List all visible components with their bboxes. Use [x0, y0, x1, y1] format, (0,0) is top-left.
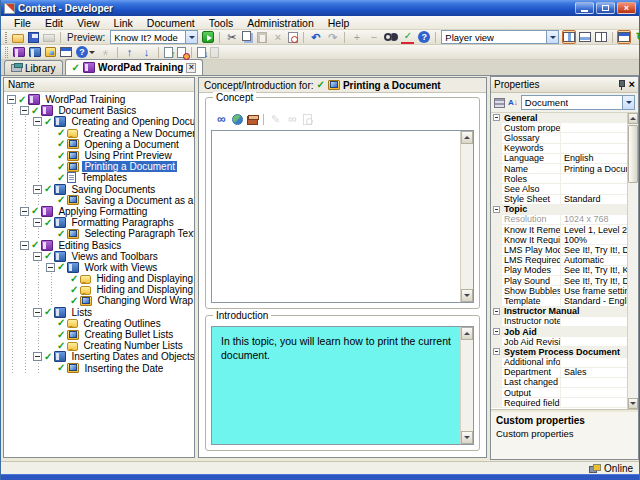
- menu-view[interactable]: View: [70, 16, 107, 30]
- restore-button[interactable]: [596, 2, 615, 14]
- property-row-lms-required-[interactable]: LMS Required ...Automatic: [491, 256, 627, 266]
- scroll-up-icon[interactable]: [461, 131, 473, 144]
- property-category-system-process-document[interactable]: System Process Document: [491, 347, 627, 357]
- properties-scrollbar[interactable]: [627, 113, 638, 409]
- tree-item-label[interactable]: Applying Formatting: [56, 206, 149, 217]
- new-module-button[interactable]: [12, 45, 26, 59]
- tree-item-applying-formatting[interactable]: ✓Applying Formatting: [4, 206, 194, 217]
- property-value[interactable]: Standard: [561, 194, 627, 204]
- collapse-expander-icon[interactable]: [20, 106, 29, 115]
- concept-text[interactable]: [212, 131, 460, 302]
- collapse-expander-icon[interactable]: [46, 263, 55, 272]
- preview-play-button[interactable]: [201, 30, 215, 44]
- property-category-instructor-manual[interactable]: Instructor Manual: [491, 307, 627, 317]
- find-button[interactable]: [383, 30, 398, 44]
- property-row-additional-info-[interactable]: Additional info...: [491, 358, 627, 368]
- collapse-expander-icon[interactable]: [20, 241, 29, 250]
- tree-item-label[interactable]: Saving Documents: [69, 184, 157, 195]
- tree-item-label[interactable]: Hiding and Displaying the Status Bar: [94, 284, 194, 295]
- dropdown-arrow-icon[interactable]: [622, 96, 634, 109]
- dropdown-arrow-icon[interactable]: [546, 31, 558, 43]
- property-row-know-it-reme-[interactable]: Know It Reme...Level 1, Level 2, L...: [491, 225, 627, 235]
- tree-item-opening-a-document[interactable]: ✓Opening a Document: [4, 139, 194, 150]
- tree-item-label[interactable]: Using Print Preview: [82, 150, 173, 161]
- tree-item-creating-and-opening-documents[interactable]: ✓Creating and Opening Documents: [4, 116, 194, 127]
- open-button[interactable]: [11, 30, 25, 44]
- scroll-down-icon[interactable]: [628, 398, 638, 409]
- property-row-department[interactable]: DepartmentSales: [491, 368, 627, 378]
- property-row-job-aid-revision[interactable]: Job Aid Revision: [491, 337, 627, 347]
- refresh-button[interactable]: [633, 30, 640, 44]
- categorized-view-icon[interactable]: [494, 98, 505, 108]
- collapse-expander-icon[interactable]: [493, 206, 500, 213]
- introduction-text[interactable]: In this topic, you will learn how to pri…: [212, 327, 460, 444]
- property-value[interactable]: 100%: [561, 235, 627, 245]
- tree-item-changing-word-wrap-options[interactable]: ✓Changing Word Wrap Options: [4, 295, 194, 306]
- property-row-language[interactable]: LanguageEnglish: [491, 154, 627, 164]
- collapse-expander-icon[interactable]: [493, 114, 500, 121]
- property-row-glossary[interactable]: Glossary: [491, 133, 627, 143]
- concept-scrollbar[interactable]: [460, 131, 473, 302]
- new-frame-button[interactable]: [59, 45, 73, 59]
- tree-item-hiding-and-displaying-the-ruler[interactable]: ✓Hiding and Displaying the Ruler: [4, 273, 194, 284]
- tree-item-label[interactable]: Creating and Opening Documents: [69, 116, 194, 127]
- new-topic-button[interactable]: [44, 45, 57, 59]
- tree-item-label[interactable]: Hiding and Displaying the Ruler: [94, 273, 194, 284]
- tree-item-label[interactable]: Creating Outlines: [81, 318, 162, 329]
- properties-scope-combo[interactable]: Document: [521, 95, 635, 110]
- tree-item-label[interactable]: Editing Basics: [56, 240, 123, 251]
- property-row-instructor-notes[interactable]: Instructor notes: [491, 317, 627, 327]
- property-value[interactable]: See It!, Try It!, Kn...: [561, 265, 627, 275]
- tree-item-printing-a-document[interactable]: ✓Printing a Document: [4, 161, 194, 172]
- view-columns-button[interactable]: [594, 30, 608, 44]
- property-row-show-bubbles[interactable]: Show BubblesUse frame settings: [491, 286, 627, 296]
- property-row-play-modes[interactable]: Play ModesSee It!, Try It!, Kn...: [491, 266, 627, 276]
- copy-button[interactable]: [241, 30, 254, 44]
- help-button[interactable]: [417, 30, 431, 44]
- collapse-expander-icon[interactable]: [7, 95, 16, 104]
- collapse-expander-icon[interactable]: [20, 207, 29, 216]
- property-category-job-aid[interactable]: Job Aid: [491, 327, 627, 337]
- tree-item-editing-basics[interactable]: ✓Editing Basics: [4, 239, 194, 250]
- collapse-expander-icon[interactable]: [33, 352, 42, 361]
- tree-item-label[interactable]: Templates: [79, 172, 129, 183]
- tree-item-selecting-paragraph-text[interactable]: ✓Selecting Paragraph Text: [4, 228, 194, 239]
- property-row-play-sound[interactable]: Play SoundSee It!, Try It!, Do...: [491, 276, 627, 286]
- tree-item-creating-a-new-document[interactable]: ✓Creating a New Document: [4, 128, 194, 139]
- move-down-button[interactable]: [139, 45, 154, 59]
- property-value[interactable]: English: [561, 153, 627, 163]
- property-row-output[interactable]: Output: [491, 388, 627, 398]
- collapse-expander-icon[interactable]: [33, 185, 42, 194]
- view-selector-combo[interactable]: Player view: [441, 30, 559, 44]
- tree-item-saving-a-document-as-a-new-file[interactable]: ✓Saving a Document as a New File: [4, 195, 194, 206]
- tree-item-label[interactable]: Creating a New Document: [81, 128, 194, 139]
- tree-item-label[interactable]: Creating Number Lists: [81, 340, 184, 351]
- check-in-button[interactable]: [163, 45, 174, 59]
- tab-library[interactable]: Library: [4, 60, 63, 75]
- menu-edit[interactable]: Edit: [38, 16, 70, 30]
- property-value[interactable]: Automatic: [561, 255, 627, 265]
- close-panel-icon[interactable]: ×: [629, 79, 635, 90]
- tree-item-creating-bullet-lists[interactable]: ✓Creating Bullet Lists: [4, 329, 194, 340]
- tree-item-using-print-preview[interactable]: ✓Using Print Preview: [4, 150, 194, 161]
- property-row-required-fields[interactable]: Required fields: [491, 398, 627, 408]
- new-question-button[interactable]: [75, 45, 96, 59]
- tab-close-icon[interactable]: ×: [186, 63, 196, 73]
- property-row-style-sheet[interactable]: Style SheetStandard: [491, 195, 627, 205]
- concept-textarea[interactable]: [211, 130, 474, 303]
- preview-mode-combo[interactable]: Know It? Mode: [110, 30, 198, 44]
- property-category-topic[interactable]: Topic: [491, 205, 627, 215]
- tree-item-label[interactable]: Opening a Document: [82, 139, 181, 150]
- tree-item-work-with-views[interactable]: ✓Work with Views: [4, 262, 194, 273]
- tree-item-hiding-and-displaying-the-status-bar[interactable]: ✓Hiding and Displaying the Status Bar: [4, 284, 194, 295]
- new-section-button[interactable]: [28, 45, 42, 59]
- tree-item-label[interactable]: Formatting Paragraphs: [69, 217, 175, 228]
- pin-icon[interactable]: [616, 79, 626, 90]
- cut-button[interactable]: [224, 30, 239, 44]
- property-value[interactable]: Level 1, Level 2, L...: [561, 225, 627, 235]
- collapse-expander-icon[interactable]: [493, 308, 500, 315]
- scroll-down-icon[interactable]: [461, 431, 473, 444]
- menu-file[interactable]: File: [7, 16, 38, 30]
- tree-item-label[interactable]: Views and Toolbars: [69, 251, 159, 262]
- tree-item-creating-outlines[interactable]: ✓Creating Outlines: [4, 318, 194, 329]
